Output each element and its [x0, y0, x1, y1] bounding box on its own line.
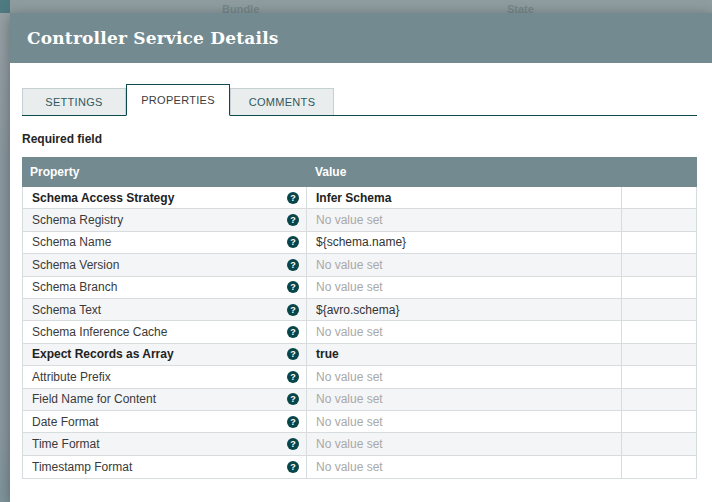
properties-table-body: Schema Access Strategy ? Infer Schema Sc…: [22, 187, 697, 479]
property-name-cell: Field Name for Content ?: [23, 389, 307, 410]
property-value-cell: ${avro.schema}: [307, 299, 622, 320]
property-extra-cell: [622, 433, 696, 454]
property-extra-cell: [622, 209, 696, 230]
property-name: Timestamp Format: [32, 460, 132, 474]
table-row: Schema Version ? No value set: [23, 254, 696, 276]
required-field-legend: Required field: [22, 132, 712, 146]
property-name: Attribute Prefix: [32, 370, 111, 384]
property-name: Schema Inference Cache: [32, 325, 167, 339]
help-icon[interactable]: ?: [287, 192, 299, 204]
table-row: Timestamp Format ? No value set: [23, 456, 696, 478]
tab-properties[interactable]: PROPERTIES: [126, 84, 230, 116]
property-value-cell: No value set: [307, 277, 622, 298]
property-name: Schema Text: [32, 303, 101, 317]
backdrop-corner: [0, 0, 10, 13]
property-name-cell: Schema Text ?: [23, 299, 307, 320]
property-value-cell: No value set: [307, 366, 622, 387]
table-row: Date Format ? No value set: [23, 411, 696, 433]
screen: Bundle State Controller Service Details …: [0, 0, 712, 502]
property-name: Field Name for Content: [32, 392, 156, 406]
help-icon[interactable]: ?: [287, 371, 299, 383]
table-row: Time Format ? No value set: [23, 433, 696, 455]
property-name-cell: Time Format ?: [23, 433, 307, 454]
property-name-cell: Schema Access Strategy ?: [23, 187, 307, 208]
help-icon[interactable]: ?: [287, 416, 299, 428]
property-name-cell: Timestamp Format ?: [23, 456, 307, 478]
property-name: Schema Version: [32, 258, 119, 272]
property-extra-cell: [622, 277, 696, 298]
column-header-value: Value: [307, 165, 622, 179]
property-name-cell: Schema Branch ?: [23, 277, 307, 298]
help-icon[interactable]: ?: [287, 236, 299, 248]
table-row: Expect Records as Array ? true: [23, 344, 696, 366]
property-value-cell: No value set: [307, 321, 622, 342]
property-extra-cell: [622, 366, 696, 387]
column-header-property: Property: [22, 165, 307, 179]
tab-settings[interactable]: SETTINGS: [22, 88, 126, 115]
property-extra-cell: [622, 389, 696, 410]
property-extra-cell: [622, 456, 696, 478]
dialog-title: Controller Service Details: [27, 28, 279, 48]
table-row: Schema Branch ? No value set: [23, 277, 696, 299]
property-extra-cell: [622, 299, 696, 320]
property-extra-cell: [622, 321, 696, 342]
property-extra-cell: [622, 254, 696, 275]
property-name-cell: Schema Version ?: [23, 254, 307, 275]
tab-comments[interactable]: COMMENTS: [230, 88, 334, 115]
help-icon[interactable]: ?: [287, 214, 299, 226]
property-name-cell: Schema Registry ?: [23, 209, 307, 230]
table-row: Field Name for Content ? No value set: [23, 389, 696, 411]
help-icon[interactable]: ?: [287, 259, 299, 271]
property-name: Expect Records as Array: [32, 347, 174, 361]
backdrop-column-state: State: [507, 3, 534, 13]
table-row: Schema Registry ? No value set: [23, 209, 696, 231]
property-name: Schema Access Strategy: [32, 191, 174, 205]
dialog-header: Controller Service Details: [10, 13, 712, 63]
property-value-cell: No value set: [307, 254, 622, 275]
property-name-cell: Schema Name ?: [23, 232, 307, 253]
property-extra-cell: [622, 344, 696, 365]
property-name: Schema Name: [32, 235, 111, 249]
property-value-cell: ${schema.name}: [307, 232, 622, 253]
table-row: Attribute Prefix ? No value set: [23, 366, 696, 388]
help-icon[interactable]: ?: [287, 348, 299, 360]
backdrop-column-bundle: Bundle: [222, 3, 259, 13]
help-icon[interactable]: ?: [287, 326, 299, 338]
help-icon[interactable]: ?: [287, 461, 299, 473]
table-row: Schema Name ? ${schema.name}: [23, 232, 696, 254]
properties-table: Property Value Schema Access Strategy ? …: [22, 157, 697, 479]
property-name-cell: Attribute Prefix ?: [23, 366, 307, 387]
property-name: Date Format: [32, 415, 99, 429]
table-row: Schema Inference Cache ? No value set: [23, 321, 696, 343]
property-extra-cell: [622, 411, 696, 432]
property-value-cell: No value set: [307, 209, 622, 230]
tab-bar: SETTINGS PROPERTIES COMMENTS: [22, 85, 697, 116]
property-extra-cell: [622, 232, 696, 253]
property-value-cell: true: [307, 344, 622, 365]
property-name: Time Format: [32, 437, 100, 451]
table-row: Schema Access Strategy ? Infer Schema: [23, 187, 696, 209]
controller-service-details-dialog: Controller Service Details SETTINGS PROP…: [10, 13, 712, 502]
property-name: Schema Registry: [32, 213, 123, 227]
property-name-cell: Schema Inference Cache ?: [23, 321, 307, 342]
help-icon[interactable]: ?: [287, 438, 299, 450]
property-value-cell: No value set: [307, 433, 622, 454]
table-row: Schema Text ? ${avro.schema}: [23, 299, 696, 321]
backdrop-left-strip: [0, 13, 10, 502]
property-value-cell: Infer Schema: [307, 187, 622, 208]
dialog-body: SETTINGS PROPERTIES COMMENTS Required fi…: [10, 85, 712, 479]
backdrop-table-header: Bundle State: [0, 0, 712, 13]
property-value-cell: No value set: [307, 389, 622, 410]
property-name-cell: Date Format ?: [23, 411, 307, 432]
property-value-cell: No value set: [307, 411, 622, 432]
help-icon[interactable]: ?: [287, 393, 299, 405]
property-name: Schema Branch: [32, 280, 117, 294]
properties-table-header: Property Value: [22, 157, 697, 187]
property-name-cell: Expect Records as Array ?: [23, 344, 307, 365]
property-extra-cell: [622, 187, 696, 208]
property-value-cell: No value set: [307, 456, 622, 478]
help-icon[interactable]: ?: [287, 281, 299, 293]
help-icon[interactable]: ?: [287, 304, 299, 316]
